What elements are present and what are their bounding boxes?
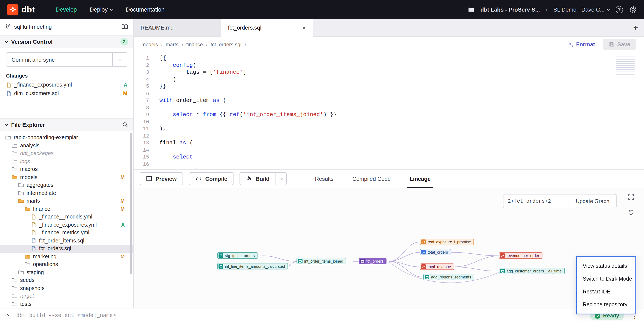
database-icon <box>500 268 505 273</box>
command-bar: dbt build --select <model_name> Ready ⋮ <box>0 308 644 323</box>
project-selector[interactable]: SL Demo - Dave C... <box>554 6 610 13</box>
file-tree-item[interactable]: fct_orders.sql <box>0 244 133 252</box>
code-line: {{ <box>160 55 644 62</box>
file-name: _finance_metrics.yml <box>39 230 89 236</box>
folder-icon <box>18 182 24 188</box>
file-tree-item[interactable]: macros <box>0 165 133 173</box>
format-button[interactable]: Format <box>568 41 595 48</box>
changed-file-row[interactable]: _finance_exposures.yml A <box>0 80 133 89</box>
new-tab-button[interactable]: + <box>633 19 638 36</box>
breadcrumb-item[interactable]: fct_orders.sql <box>210 41 249 47</box>
fullscreen-icon[interactable] <box>626 192 636 202</box>
menu-item-dark-mode[interactable]: Switch to Dark Mode <box>577 272 636 285</box>
nav-develop[interactable]: Develop <box>56 6 77 13</box>
file-tree-item[interactable]: rapid-onboarding-exemplar <box>0 134 133 142</box>
file-tree-item[interactable]: aggregates <box>0 181 133 189</box>
file-tree-item[interactable]: _finance_metrics.yml <box>0 229 133 237</box>
menu-item-restart-ide[interactable]: Restart IDE <box>577 285 636 298</box>
reset-zoom-icon[interactable] <box>626 207 636 217</box>
file-tree-item[interactable]: marts M <box>0 197 133 205</box>
file-name: seeds <box>20 278 34 283</box>
minimap[interactable] <box>616 56 634 74</box>
editor-area: README.md fct_orders.sql × + models mart… <box>134 19 644 308</box>
line-number: 16 <box>134 161 149 168</box>
menu-item-view-status[interactable]: View status details <box>577 260 636 272</box>
file-tree-item[interactable]: intermediate <box>0 189 133 197</box>
file-tree-item[interactable]: marketing M <box>0 252 133 260</box>
lineage-node[interactable]: revenue_per_order <box>499 252 542 259</box>
code-line: ), <box>160 126 644 132</box>
file-tree-item[interactable]: tests <box>0 300 133 308</box>
folder-icon <box>12 285 18 291</box>
sidebar-scrollbar[interactable] <box>130 133 132 274</box>
file-tree-item[interactable]: snapshots <box>0 284 133 292</box>
help-icon[interactable]: ? <box>616 6 623 13</box>
lineage-node[interactable]: int_order_items_joined <box>296 258 346 264</box>
lineage-selector-input[interactable] <box>503 194 569 208</box>
build-button[interactable]: Build <box>240 172 287 185</box>
git-branch-row[interactable]: sqlfluff-meeting <box>0 19 133 35</box>
build-options-toggle[interactable] <box>276 173 286 185</box>
file-tree-item[interactable]: analysis <box>0 142 133 150</box>
lineage-node[interactable]: total_revenue <box>420 264 454 270</box>
chevron-up-icon[interactable] <box>6 314 9 318</box>
lineage-node[interactable]: stg_tpch__orders <box>217 252 258 259</box>
file-tree-item[interactable]: finance M <box>0 205 133 213</box>
database-icon <box>218 264 223 268</box>
version-control-header[interactable]: Version Control 2 <box>0 35 133 48</box>
tab-compiled-code[interactable]: Compiled Code <box>352 170 391 188</box>
file-name: intermediate <box>26 190 56 196</box>
folder-icon <box>24 262 30 268</box>
breadcrumb-item[interactable]: marts <box>166 41 186 47</box>
file-name: snapshots <box>20 285 44 291</box>
project-folder-icon <box>468 6 474 13</box>
lineage-node[interactable]: real_exposure_i_promise <box>420 238 474 245</box>
lineage-node[interactable]: agg_customer_orders__all_time <box>499 268 564 274</box>
file-tree-item[interactable]: seeds <box>0 276 133 284</box>
file-tree-item[interactable]: staging <box>0 268 133 276</box>
file-tree-item[interactable]: fct_order_items.sql <box>0 237 133 244</box>
file-name: finance <box>33 206 50 212</box>
file-tree-item[interactable]: models M <box>0 173 133 181</box>
lineage-node[interactable]: agg_regions_segments <box>423 274 474 280</box>
file-tree-item[interactable]: logs <box>0 158 133 165</box>
file-tree-item[interactable]: operations <box>0 260 133 268</box>
tab-readme[interactable]: README.md <box>134 19 221 36</box>
breadcrumb-item[interactable]: models <box>142 41 166 47</box>
lineage-canvas[interactable]: Update Graph stg_tpch__orders int_line_i… <box>134 188 644 308</box>
search-icon[interactable] <box>122 122 128 128</box>
update-graph-button[interactable]: Update Graph <box>568 194 616 208</box>
file-tree-item[interactable]: target <box>0 292 133 300</box>
lineage-node[interactable]: total_orders <box>420 249 451 255</box>
lineage-node-selected[interactable]: fct_orders <box>359 258 386 264</box>
gear-icon[interactable] <box>629 5 637 14</box>
file-tree-item[interactable]: _finance_exposures.yml A <box>0 221 133 229</box>
tab-lineage[interactable]: Lineage <box>410 170 430 188</box>
breadcrumb-item[interactable]: finance <box>186 41 210 47</box>
code-content[interactable]: {{ config( tags = ['finance'] )}} with o… <box>152 52 644 169</box>
docs-icon[interactable] <box>121 24 128 30</box>
commit-and-sync-button[interactable]: Commit and sync <box>6 52 127 67</box>
command-input[interactable]: dbt build --select <model_name> <box>16 313 582 319</box>
file-explorer-header[interactable]: File Explorer <box>0 118 133 131</box>
save-button[interactable]: Save <box>603 39 636 50</box>
close-icon[interactable]: × <box>302 24 306 31</box>
dbt-logo[interactable] <box>7 4 18 15</box>
file-icon <box>31 222 36 228</box>
line-numbers: 1234567891011121314151617 <box>134 52 152 169</box>
compile-button[interactable]: Compile <box>189 172 234 185</box>
file-name: staging <box>26 270 44 276</box>
preview-button[interactable]: Preview <box>140 172 183 185</box>
lineage-node[interactable]: int_line_items_amounts_calculated <box>217 263 288 270</box>
nav-documentation[interactable]: Documentation <box>126 6 165 13</box>
code-editor[interactable]: 1234567891011121314151617 {{ config( tag… <box>134 52 644 169</box>
tab-fct-orders[interactable]: fct_orders.sql × <box>221 19 313 37</box>
changed-file-row[interactable]: dim_customers.sql M <box>0 89 133 98</box>
nav-deploy[interactable]: Deploy <box>90 6 113 13</box>
account-name[interactable]: dbt Labs - ProServ S... <box>480 6 540 13</box>
file-tree-item[interactable]: dbt_packages <box>0 150 133 158</box>
commit-options-toggle[interactable] <box>112 53 127 66</box>
tab-results[interactable]: Results <box>315 170 334 188</box>
menu-item-reclone-repo[interactable]: Reclone repository <box>577 298 636 311</box>
file-tree-item[interactable]: _finance__models.yml <box>0 213 133 221</box>
